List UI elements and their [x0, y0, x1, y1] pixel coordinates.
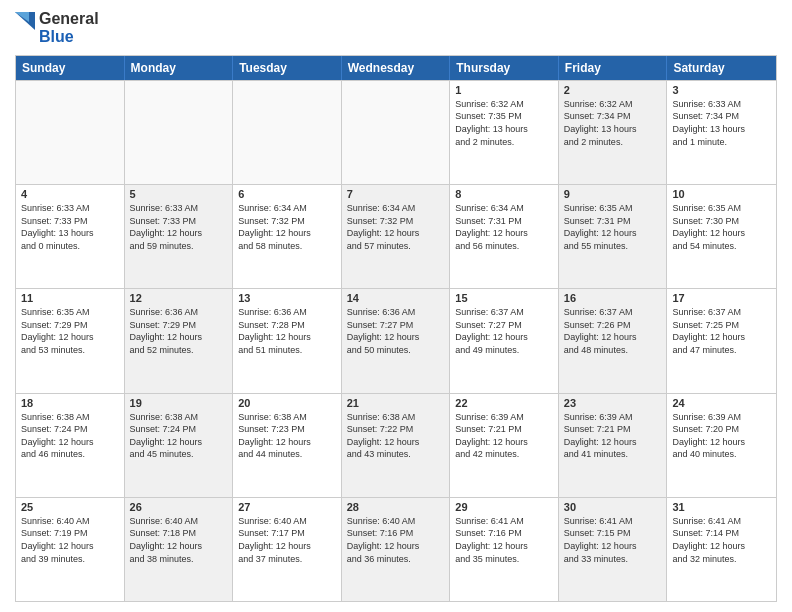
day-info: Sunrise: 6:40 AM Sunset: 7:18 PM Dayligh…	[130, 515, 228, 565]
day-cell-23: 23Sunrise: 6:39 AM Sunset: 7:21 PM Dayli…	[559, 394, 668, 497]
day-cell-31: 31Sunrise: 6:41 AM Sunset: 7:14 PM Dayli…	[667, 498, 776, 601]
day-number: 31	[672, 501, 771, 513]
day-info: Sunrise: 6:33 AM Sunset: 7:33 PM Dayligh…	[21, 202, 119, 252]
day-number: 24	[672, 397, 771, 409]
day-cell-9: 9Sunrise: 6:35 AM Sunset: 7:31 PM Daylig…	[559, 185, 668, 288]
day-number: 29	[455, 501, 553, 513]
page: GeneralBlue SundayMondayTuesdayWednesday…	[0, 0, 792, 612]
day-cell-22: 22Sunrise: 6:39 AM Sunset: 7:21 PM Dayli…	[450, 394, 559, 497]
day-number: 27	[238, 501, 336, 513]
day-info: Sunrise: 6:41 AM Sunset: 7:14 PM Dayligh…	[672, 515, 771, 565]
day-info: Sunrise: 6:36 AM Sunset: 7:27 PM Dayligh…	[347, 306, 445, 356]
header: GeneralBlue	[15, 10, 777, 47]
day-number: 26	[130, 501, 228, 513]
day-info: Sunrise: 6:32 AM Sunset: 7:35 PM Dayligh…	[455, 98, 553, 148]
day-cell-24: 24Sunrise: 6:39 AM Sunset: 7:20 PM Dayli…	[667, 394, 776, 497]
day-number: 28	[347, 501, 445, 513]
day-number: 10	[672, 188, 771, 200]
day-info: Sunrise: 6:37 AM Sunset: 7:27 PM Dayligh…	[455, 306, 553, 356]
calendar-header-friday: Friday	[559, 56, 668, 80]
empty-cell	[125, 81, 234, 184]
day-number: 6	[238, 188, 336, 200]
day-info: Sunrise: 6:38 AM Sunset: 7:23 PM Dayligh…	[238, 411, 336, 461]
day-number: 2	[564, 84, 662, 96]
day-info: Sunrise: 6:40 AM Sunset: 7:19 PM Dayligh…	[21, 515, 119, 565]
calendar-header-wednesday: Wednesday	[342, 56, 451, 80]
calendar-row-0: 1Sunrise: 6:32 AM Sunset: 7:35 PM Daylig…	[16, 80, 776, 184]
calendar-header-tuesday: Tuesday	[233, 56, 342, 80]
day-number: 14	[347, 292, 445, 304]
day-number: 8	[455, 188, 553, 200]
day-cell-25: 25Sunrise: 6:40 AM Sunset: 7:19 PM Dayli…	[16, 498, 125, 601]
day-cell-27: 27Sunrise: 6:40 AM Sunset: 7:17 PM Dayli…	[233, 498, 342, 601]
day-info: Sunrise: 6:41 AM Sunset: 7:16 PM Dayligh…	[455, 515, 553, 565]
day-info: Sunrise: 6:33 AM Sunset: 7:34 PM Dayligh…	[672, 98, 771, 148]
day-cell-2: 2Sunrise: 6:32 AM Sunset: 7:34 PM Daylig…	[559, 81, 668, 184]
logo-general-text: General	[39, 10, 99, 28]
day-number: 11	[21, 292, 119, 304]
day-cell-10: 10Sunrise: 6:35 AM Sunset: 7:30 PM Dayli…	[667, 185, 776, 288]
calendar: SundayMondayTuesdayWednesdayThursdayFrid…	[15, 55, 777, 602]
day-info: Sunrise: 6:35 AM Sunset: 7:31 PM Dayligh…	[564, 202, 662, 252]
day-number: 17	[672, 292, 771, 304]
day-number: 16	[564, 292, 662, 304]
calendar-header-sunday: Sunday	[16, 56, 125, 80]
day-info: Sunrise: 6:35 AM Sunset: 7:30 PM Dayligh…	[672, 202, 771, 252]
day-cell-14: 14Sunrise: 6:36 AM Sunset: 7:27 PM Dayli…	[342, 289, 451, 392]
empty-cell	[233, 81, 342, 184]
day-number: 1	[455, 84, 553, 96]
day-cell-16: 16Sunrise: 6:37 AM Sunset: 7:26 PM Dayli…	[559, 289, 668, 392]
day-number: 23	[564, 397, 662, 409]
day-cell-26: 26Sunrise: 6:40 AM Sunset: 7:18 PM Dayli…	[125, 498, 234, 601]
day-number: 20	[238, 397, 336, 409]
day-info: Sunrise: 6:39 AM Sunset: 7:20 PM Dayligh…	[672, 411, 771, 461]
day-cell-30: 30Sunrise: 6:41 AM Sunset: 7:15 PM Dayli…	[559, 498, 668, 601]
day-cell-19: 19Sunrise: 6:38 AM Sunset: 7:24 PM Dayli…	[125, 394, 234, 497]
logo-blue-text: Blue	[39, 28, 99, 46]
day-number: 22	[455, 397, 553, 409]
logo: GeneralBlue	[15, 10, 99, 47]
day-cell-18: 18Sunrise: 6:38 AM Sunset: 7:24 PM Dayli…	[16, 394, 125, 497]
day-info: Sunrise: 6:38 AM Sunset: 7:24 PM Dayligh…	[130, 411, 228, 461]
day-number: 5	[130, 188, 228, 200]
day-number: 19	[130, 397, 228, 409]
day-cell-6: 6Sunrise: 6:34 AM Sunset: 7:32 PM Daylig…	[233, 185, 342, 288]
day-cell-12: 12Sunrise: 6:36 AM Sunset: 7:29 PM Dayli…	[125, 289, 234, 392]
day-number: 30	[564, 501, 662, 513]
day-info: Sunrise: 6:39 AM Sunset: 7:21 PM Dayligh…	[564, 411, 662, 461]
day-cell-3: 3Sunrise: 6:33 AM Sunset: 7:34 PM Daylig…	[667, 81, 776, 184]
day-number: 15	[455, 292, 553, 304]
day-info: Sunrise: 6:41 AM Sunset: 7:15 PM Dayligh…	[564, 515, 662, 565]
calendar-header-thursday: Thursday	[450, 56, 559, 80]
day-cell-13: 13Sunrise: 6:36 AM Sunset: 7:28 PM Dayli…	[233, 289, 342, 392]
day-number: 4	[21, 188, 119, 200]
day-number: 7	[347, 188, 445, 200]
calendar-row-4: 25Sunrise: 6:40 AM Sunset: 7:19 PM Dayli…	[16, 497, 776, 601]
day-info: Sunrise: 6:35 AM Sunset: 7:29 PM Dayligh…	[21, 306, 119, 356]
day-cell-17: 17Sunrise: 6:37 AM Sunset: 7:25 PM Dayli…	[667, 289, 776, 392]
day-number: 18	[21, 397, 119, 409]
calendar-row-3: 18Sunrise: 6:38 AM Sunset: 7:24 PM Dayli…	[16, 393, 776, 497]
day-info: Sunrise: 6:34 AM Sunset: 7:32 PM Dayligh…	[347, 202, 445, 252]
day-info: Sunrise: 6:39 AM Sunset: 7:21 PM Dayligh…	[455, 411, 553, 461]
day-info: Sunrise: 6:38 AM Sunset: 7:24 PM Dayligh…	[21, 411, 119, 461]
day-number: 12	[130, 292, 228, 304]
day-info: Sunrise: 6:36 AM Sunset: 7:28 PM Dayligh…	[238, 306, 336, 356]
empty-cell	[16, 81, 125, 184]
day-info: Sunrise: 6:32 AM Sunset: 7:34 PM Dayligh…	[564, 98, 662, 148]
logo-icon	[15, 12, 35, 44]
day-cell-5: 5Sunrise: 6:33 AM Sunset: 7:33 PM Daylig…	[125, 185, 234, 288]
day-info: Sunrise: 6:37 AM Sunset: 7:26 PM Dayligh…	[564, 306, 662, 356]
day-info: Sunrise: 6:34 AM Sunset: 7:32 PM Dayligh…	[238, 202, 336, 252]
day-cell-1: 1Sunrise: 6:32 AM Sunset: 7:35 PM Daylig…	[450, 81, 559, 184]
day-cell-20: 20Sunrise: 6:38 AM Sunset: 7:23 PM Dayli…	[233, 394, 342, 497]
day-number: 21	[347, 397, 445, 409]
day-cell-4: 4Sunrise: 6:33 AM Sunset: 7:33 PM Daylig…	[16, 185, 125, 288]
day-info: Sunrise: 6:40 AM Sunset: 7:17 PM Dayligh…	[238, 515, 336, 565]
day-number: 13	[238, 292, 336, 304]
empty-cell	[342, 81, 451, 184]
day-cell-8: 8Sunrise: 6:34 AM Sunset: 7:31 PM Daylig…	[450, 185, 559, 288]
day-info: Sunrise: 6:36 AM Sunset: 7:29 PM Dayligh…	[130, 306, 228, 356]
day-info: Sunrise: 6:40 AM Sunset: 7:16 PM Dayligh…	[347, 515, 445, 565]
calendar-row-2: 11Sunrise: 6:35 AM Sunset: 7:29 PM Dayli…	[16, 288, 776, 392]
